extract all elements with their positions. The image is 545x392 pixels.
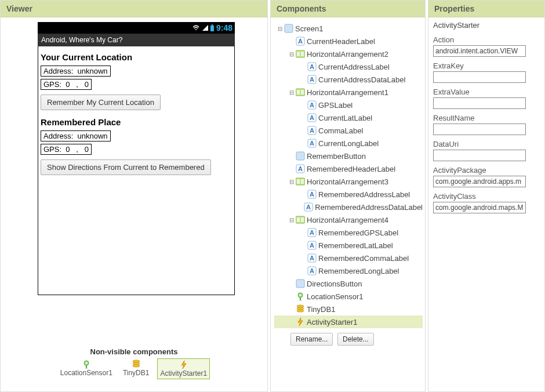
tree-node-RememberedGPSLabel[interactable]: RememberedGPSLabel (274, 226, 423, 239)
components-tree[interactable]: ⊟Screen1CurrentHeaderLabel⊟HorizontalArr… (273, 20, 423, 331)
tree-node-DirectionsButton[interactable]: DirectionsButton (274, 277, 423, 290)
tree-toggle-icon[interactable]: ⊟ (288, 89, 295, 96)
current-long-label[interactable]: 0 (85, 80, 89, 89)
status-time: 9:48 (216, 23, 232, 32)
gps-label[interactable]: GPS: (43, 80, 66, 89)
remember-button[interactable]: Remember My Current Location (41, 95, 161, 110)
property-input-ActivityClass[interactable]: com.google.android.maps.M (433, 202, 526, 213)
tree-node-RememberedCommaLabel[interactable]: RememberedCommaLabel (274, 252, 423, 264)
property-input-DataUri[interactable] (433, 150, 526, 161)
nonvisible-item-ActivityStarter1[interactable]: ActivityStarter1 (157, 358, 210, 379)
current-header-label[interactable]: Your Current Location (41, 52, 232, 62)
tree-node-label: LocationSensor1 (307, 292, 364, 301)
horizontal-arrangement-1[interactable]: GPS: 0 , 0 (41, 79, 92, 90)
harr-icon (296, 49, 305, 59)
remembered-lat-label[interactable]: 0 (66, 145, 70, 154)
remembered-header-label[interactable]: Remembered Place (41, 117, 232, 127)
tree-node-RememberedLongLabel[interactable]: RememberedLongLabel (274, 264, 423, 277)
nonvisible-item-label: ActivityStarter1 (160, 369, 207, 378)
tree-node-CurrentLatLabel[interactable]: CurrentLatLabel (274, 111, 423, 124)
tree-node-RememberedAddressDataLabel[interactable]: RememberedAddressDataLabel (274, 201, 423, 213)
tree-node-GPSLabel[interactable]: GPSLabel (274, 99, 423, 111)
tree-node-label: RememberButton (307, 152, 366, 161)
horizontal-arrangement-3[interactable]: Address: unknown (41, 130, 111, 141)
tree-toggle-icon[interactable]: ⊟ (277, 26, 284, 32)
tree-node-RememberButton[interactable]: RememberButton (274, 150, 423, 162)
tree-node-LocationSensor1[interactable]: LocationSensor1 (274, 290, 423, 303)
tree-node-Screen1[interactable]: ⊟Screen1 (274, 22, 423, 35)
tree-node-label: RememberedLongLabel (318, 267, 399, 275)
property-DataUri: DataUri (433, 140, 540, 161)
label-icon (304, 202, 313, 212)
tree-node-RememberedLatLabel[interactable]: RememberedLatLabel (274, 239, 423, 252)
rename-button[interactable]: Rename... (290, 333, 333, 346)
nonvisible-item-TinyDB1[interactable]: TinyDB1 (121, 358, 152, 378)
tree-node-label: DirectionsButton (307, 280, 362, 288)
tree-node-label: GPSLabel (318, 101, 353, 110)
comma-label[interactable]: , (70, 80, 85, 89)
tree-node-label: CurrentAddressDataLabel (318, 75, 405, 84)
app-title-bar: Android, Where's My Car? (38, 34, 235, 46)
battery-icon (210, 24, 214, 31)
harr-icon (296, 88, 305, 97)
label-icon (307, 126, 317, 135)
db-icon (296, 304, 305, 314)
property-input-ExtraValue[interactable] (433, 97, 526, 109)
property-input-ActivityPackage[interactable]: com.google.android.apps.m (433, 176, 526, 187)
remembered-address-data-label[interactable]: unknown (78, 132, 108, 140)
nonvisible-item-LocationSensor1[interactable]: LocationSensor1 (58, 358, 115, 378)
tree-node-CurrentAddressDataLabel[interactable]: CurrentAddressDataLabel (274, 73, 423, 86)
properties-header: Properties (428, 1, 544, 17)
tree-node-RememberedHeaderLabel[interactable]: RememberedHeaderLabel (274, 162, 423, 175)
nonvisible-components: Non-visible components LocationSensor1Ti… (1, 344, 267, 391)
current-address-data-label[interactable]: unknown (78, 67, 108, 75)
tree-node-label: CommaLabel (318, 126, 363, 135)
delete-button[interactable]: Delete... (337, 333, 374, 346)
wifi-icon (193, 25, 200, 31)
tree-node-TinyDB1[interactable]: TinyDB1 (274, 303, 423, 315)
remembered-long-label[interactable]: 0 (85, 145, 89, 154)
remembered-comma-label[interactable]: , (70, 145, 85, 154)
tree-node-label: RememberedLatLabel (318, 241, 393, 250)
tree-toggle-icon[interactable]: ⊟ (288, 179, 295, 185)
viewer-body: 9:48 Android, Where's My Car? Your Curre… (1, 17, 267, 391)
tree-node-label: HorizontalArrangement1 (307, 88, 388, 97)
label-icon (307, 100, 317, 110)
tree-node-label: HorizontalArrangement4 (307, 216, 388, 224)
app-screen[interactable]: Your Current Location Address: unknown G… (38, 46, 235, 295)
tree-node-CurrentAddressLabel[interactable]: CurrentAddressLabel (274, 60, 423, 73)
horizontal-arrangement-4[interactable]: GPS: 0 , 0 (41, 144, 92, 155)
tree-node-HorizontalArrangement1[interactable]: ⊟HorizontalArrangement1 (274, 86, 423, 99)
label-icon (307, 113, 317, 122)
location-icon (296, 292, 305, 301)
form-icon (284, 24, 293, 33)
current-lat-label[interactable]: 0 (66, 80, 70, 89)
property-label: DataUri (433, 140, 540, 148)
db-icon (132, 360, 141, 369)
tree-node-CurrentHeaderLabel[interactable]: CurrentHeaderLabel (274, 35, 423, 48)
tree-node-HorizontalArrangement2[interactable]: ⊟HorizontalArrangement2 (274, 48, 423, 60)
property-input-ResultName[interactable] (433, 124, 526, 135)
tree-node-HorizontalArrangement4[interactable]: ⊟HorizontalArrangement4 (274, 213, 423, 226)
label-icon (307, 75, 317, 84)
tree-node-CommaLabel[interactable]: CommaLabel (274, 124, 423, 137)
tree-node-label: RememberedAddressDataLabel (315, 203, 423, 212)
property-input-Action[interactable]: android.intent.action.VIEW (433, 45, 526, 57)
horizontal-arrangement-2[interactable]: Address: unknown (41, 66, 111, 77)
directions-button[interactable]: Show Directions From Current to Remember… (41, 159, 211, 175)
tree-node-ActivityStarter1[interactable]: ActivityStarter1 (274, 315, 423, 328)
tree-toggle-icon[interactable]: ⊟ (288, 51, 295, 57)
property-input-ExtraKey[interactable] (433, 71, 526, 83)
tree-node-RememberedAddressLabel[interactable]: RememberedAddressLabel (274, 188, 423, 201)
tree-node-CurrentLongLabel[interactable]: CurrentLongLabel (274, 137, 423, 150)
property-ResultName: ResultName (433, 114, 540, 135)
property-ExtraKey: ExtraKey (433, 61, 540, 83)
tree-toggle-icon[interactable]: ⊟ (288, 217, 295, 223)
tree-node-HorizontalArrangement3[interactable]: ⊟HorizontalArrangement3 (274, 175, 423, 188)
tree-node-label: TinyDB1 (307, 305, 335, 314)
remembered-address-label[interactable]: Address: (43, 132, 78, 140)
current-address-label[interactable]: Address: (43, 67, 78, 75)
components-body: ⊟Screen1CurrentHeaderLabel⊟HorizontalArr… (271, 17, 425, 391)
remembered-gps-label[interactable]: GPS: (43, 145, 66, 154)
tree-node-label: ActivityStarter1 (307, 318, 357, 326)
